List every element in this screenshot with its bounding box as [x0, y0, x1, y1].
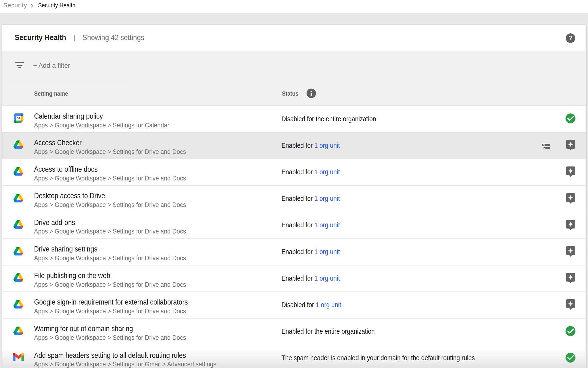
svg-text:?: ? [569, 35, 573, 42]
svg-text:31: 31 [17, 117, 20, 120]
